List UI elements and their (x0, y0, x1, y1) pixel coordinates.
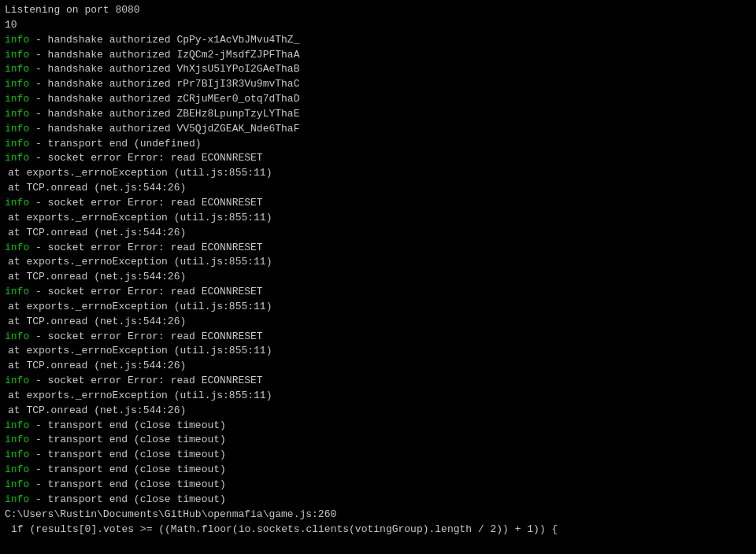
terminal-line: info - handshake authorized VhXjsU5lYPoI… (5, 62, 751, 77)
info-label: info (5, 286, 29, 297)
plain-line: Listening on port 8080 (5, 3, 751, 18)
info-label: info (5, 449, 29, 460)
terminal-output: Listening on port 808010info - handshake… (5, 3, 751, 554)
info-message: - transport end (close timeout) (29, 419, 226, 431)
info-label: info (5, 152, 29, 164)
terminal-line: info - transport end (close timeout) (5, 493, 751, 508)
terminal-line: info - transport end (undefined) (5, 137, 751, 152)
stack-trace-line: at TCP.onread (net.js:544:26) (5, 359, 751, 374)
terminal-line: info - socket error Error: read ECONNRES… (5, 151, 751, 166)
info-message: - transport end (close timeout) (29, 449, 226, 460)
info-message: - handshake authorized CpPy-x1AcVbJMvu4T… (29, 34, 299, 46)
stack-trace-line: at exports._errnoException (util.js:855:… (5, 211, 751, 226)
info-label: info (5, 375, 29, 386)
info-message: - socket error Error: read ECONNRESET (29, 152, 262, 164)
info-message: - handshake authorized VV5QjdZGEAK_Nde6T… (29, 123, 299, 135)
info-message: - handshake authorized zCRjuMEer0_otq7dT… (29, 93, 299, 105)
stack-trace-line: at TCP.onread (net.js:544:26) (5, 404, 751, 419)
stack-trace-line: at exports._errnoException (util.js:855:… (5, 166, 751, 181)
info-message: - transport end (close timeout) (29, 478, 226, 490)
terminal-line: info - handshake authorized VV5QjdZGEAK_… (5, 122, 751, 137)
info-label: info (5, 108, 29, 120)
info-message: - handshake authorized VhXjsU5lYPoI2GAeT… (29, 63, 299, 75)
terminal-line: info - transport end (close timeout) (5, 433, 751, 448)
terminal-line: info - handshake authorized rPr7BIjI3R3V… (5, 77, 751, 92)
stack-trace-line: at TCP.onread (net.js:544:26) (5, 226, 751, 241)
info-label: info (5, 419, 29, 431)
stack-trace-line: at TCP.onread (net.js:544:26) (5, 270, 751, 285)
stack-trace-line: at exports._errnoException (util.js:855:… (5, 300, 751, 315)
info-label: info (5, 123, 29, 135)
info-label: info (5, 493, 29, 505)
info-label: info (5, 34, 29, 46)
terminal-line: info - handshake authorized IzQCm2-jMsdf… (5, 48, 751, 63)
info-label: info (5, 331, 29, 342)
stack-trace-line: at exports._errnoException (util.js:855:… (5, 255, 751, 270)
terminal-line: info - handshake authorized zCRjuMEer0_o… (5, 92, 751, 107)
terminal-line: info - transport end (close timeout) (5, 419, 751, 434)
terminal-line: info - socket error Error: read ECONNRES… (5, 241, 751, 256)
terminal-line: info - transport end (close timeout) (5, 448, 751, 463)
info-label: info (5, 434, 29, 445)
terminal-line: info - socket error Error: read ECONNRES… (5, 330, 751, 345)
info-message: - handshake authorized rPr7BIjI3R3Vu9mvT… (29, 78, 299, 90)
terminal-line: info - transport end (close timeout) (5, 463, 751, 478)
info-message: - handshake authorized IzQCm2-jMsdfZJPFT… (29, 49, 299, 61)
stack-trace-line: at TCP.onread (net.js:544:26) (5, 181, 751, 196)
stack-trace-line: at exports._errnoException (util.js:855:… (5, 389, 751, 404)
info-message: - handshake authorized ZBEHz8LpunpTzyLYT… (29, 108, 299, 120)
info-message: - socket error Error: read ECONNRESET (29, 331, 262, 342)
info-label: info (5, 464, 29, 475)
terminal-line: info - transport end (close timeout) (5, 478, 751, 493)
file-path-line: C:\Users\Rustin\Documents\GitHub\openmaf… (5, 508, 751, 523)
info-message: - socket error Error: read ECONNRESET (29, 242, 262, 253)
terminal-line: info - handshake authorized CpPy-x1AcVbJ… (5, 33, 751, 48)
info-label: info (5, 478, 29, 490)
terminal-line: info - socket error Error: read ECONNRES… (5, 374, 751, 389)
terminal-line: info - socket error Error: read ECONNRES… (5, 285, 751, 300)
stack-trace-line: at TCP.onread (net.js:544:26) (5, 315, 751, 330)
info-label: info (5, 197, 29, 209)
info-label: info (5, 63, 29, 75)
info-label: info (5, 138, 29, 150)
info-message: - transport end (close timeout) (29, 434, 226, 445)
info-message: - socket error Error: read ECONNRESET (29, 197, 262, 209)
info-label: info (5, 242, 29, 253)
info-message: - socket error Error: read ECONNRESET (29, 375, 262, 386)
terminal-line: info - socket error Error: read ECONNRES… (5, 196, 751, 211)
info-message: - transport end (undefined) (29, 138, 201, 150)
info-label: info (5, 78, 29, 90)
info-message: - transport end (close timeout) (29, 464, 226, 475)
terminal-line: info - handshake authorized ZBEHz8LpunpT… (5, 107, 751, 122)
info-message: - socket error Error: read ECONNRESET (29, 286, 262, 297)
blank-line (5, 537, 751, 552)
plain-line: 10 (5, 18, 751, 33)
info-label: info (5, 93, 29, 105)
stack-trace-line: at exports._errnoException (util.js:855:… (5, 344, 751, 359)
info-message: - transport end (close timeout) (29, 493, 226, 505)
info-label: info (5, 49, 29, 61)
code-line: if (results[0].votes >= ((Math.floor(io.… (5, 523, 751, 537)
